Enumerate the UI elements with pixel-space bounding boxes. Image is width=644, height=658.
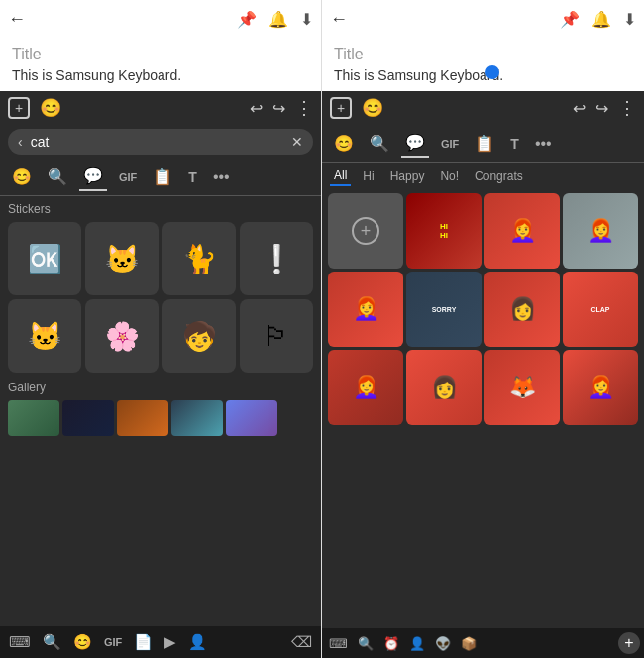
right-title: Title — [334, 46, 632, 63]
right-bottom-clock-icon[interactable]: ⏰ — [380, 633, 402, 654]
pin-icon[interactable]: 📌 — [237, 10, 257, 29]
right-keyboard: + 😊 ↩ ↪ ⋮ 😊 🔍 💬 GIF 📋 T ••• All — [322, 91, 644, 658]
right-bottom-alien-icon[interactable]: 👽 — [432, 633, 454, 654]
right-sticker-7[interactable]: CLAP — [563, 272, 638, 347]
add-icon: + — [352, 217, 379, 245]
right-tab-search[interactable]: 🔍 — [366, 130, 393, 157]
right-tab-more[interactable]: ••• — [531, 131, 556, 157]
sticker-cell-2[interactable]: 🐱 — [85, 222, 159, 295]
sticker-cell-7[interactable]: 🧒 — [162, 299, 236, 373]
right-tab-stickers[interactable]: 💬 — [401, 129, 429, 158]
left-kb-search-back[interactable]: ‹ — [18, 134, 23, 150]
right-kb-undo-icon[interactable]: ↩ — [573, 99, 586, 118]
left-back-button[interactable]: ← — [8, 9, 26, 30]
left-bottom-play-icon[interactable]: ▶ — [161, 630, 179, 654]
right-bell-icon[interactable]: 🔔 — [591, 10, 611, 29]
filter-tab-no[interactable]: No! — [436, 167, 463, 185]
sticker-cell-1[interactable]: 🆗 — [8, 222, 81, 295]
right-back-button[interactable]: ← — [330, 9, 348, 30]
left-kb-undo-icon[interactable]: ↩ — [250, 99, 263, 118]
right-sticker-6[interactable]: 👩 — [484, 272, 560, 347]
gallery-thumb-4[interactable] — [171, 400, 223, 436]
right-pin-icon[interactable]: 📌 — [560, 10, 580, 29]
left-kb-search-bar: ‹ ✕ — [8, 129, 313, 155]
left-kb-toolbar: + 😊 ↩ ↪ ⋮ — [0, 91, 321, 125]
left-bottom-user-icon[interactable]: 👤 — [185, 630, 210, 654]
left-bottom-keyboard-icon[interactable]: ⌨ — [6, 630, 34, 654]
left-tab-text[interactable]: T — [184, 165, 201, 189]
filter-tab-hi[interactable]: Hi — [359, 167, 377, 185]
right-sticker-11[interactable]: 👩‍🦰 — [563, 350, 638, 425]
left-kb-tab-bar: 😊 🔍 💬 GIF 📋 T ••• — [0, 159, 321, 196]
right-sticker-1[interactable]: HIHI — [406, 193, 482, 269]
right-bottom-keyboard-icon[interactable]: ⌨ — [326, 633, 351, 654]
right-sticker-add[interactable]: + — [328, 193, 403, 269]
sticker-cell-5[interactable]: 🐱 — [8, 299, 81, 373]
right-tab-emoji[interactable]: 😊 — [330, 130, 358, 157]
filter-tab-all[interactable]: All — [330, 166, 351, 186]
right-tab-gif[interactable]: GIF — [437, 134, 463, 154]
left-panel: ← 📌 🔔 ⬇ Title This is Samsung Keyboard. … — [0, 0, 322, 658]
left-kb-emoji-icon[interactable]: 😊 — [40, 97, 61, 119]
right-tab-text[interactable]: T — [506, 132, 523, 156]
sticker-cell-6[interactable]: 🌸 — [85, 299, 159, 373]
left-kb-search-input[interactable] — [31, 134, 283, 150]
filter-tab-happy[interactable]: Happy — [386, 167, 429, 185]
left-bottom-emoji-icon[interactable]: 😊 — [70, 630, 95, 654]
right-content-area: Title This is Samsung Keyboard. — [322, 38, 644, 91]
left-top-icons: 📌 🔔 ⬇ — [237, 10, 313, 29]
right-bottom-box-icon[interactable]: 📦 — [458, 633, 480, 654]
right-bottom-add-icon[interactable]: + — [618, 632, 640, 654]
left-top-bar: ← 📌 🔔 ⬇ — [0, 0, 321, 38]
left-kb-more-icon[interactable]: ⋮ — [295, 97, 313, 119]
left-tab-clipboard[interactable]: 📋 — [149, 164, 176, 190]
right-sticker-grid: + HIHI 👩‍🦰 👩‍🦰 👩‍🦰 SORRY 👩 CLAP 👩‍🦰 👩 🦊 … — [322, 190, 644, 428]
left-kb-search-clear[interactable]: ✕ — [291, 134, 303, 150]
right-kb-redo-icon[interactable]: ↪ — [595, 99, 608, 118]
sticker-cell-3[interactable]: 🐈 — [162, 222, 236, 295]
gallery-thumb-2[interactable] — [62, 400, 114, 436]
right-kb-add-button[interactable]: + — [330, 97, 352, 119]
gallery-thumb-1[interactable] — [8, 400, 59, 436]
left-sticker-grid: 🆗 🐱 🐈 ❕ 🐱 🌸 🧒 🏳 — [0, 218, 321, 377]
left-title: Title — [12, 46, 309, 63]
bell-icon[interactable]: 🔔 — [268, 10, 288, 29]
right-bottom-user-icon[interactable]: 👤 — [406, 633, 428, 654]
left-tab-more[interactable]: ••• — [209, 164, 234, 190]
left-content-text: This is Samsung Keyboard. — [12, 67, 309, 83]
left-gallery-label: Gallery — [0, 377, 321, 398]
right-tab-clipboard[interactable]: 📋 — [471, 130, 498, 157]
right-sticker-3[interactable]: 👩‍🦰 — [563, 193, 638, 269]
left-bottom-gif-icon[interactable]: GIF — [101, 633, 125, 651]
right-kb-more-icon[interactable]: ⋮ — [618, 97, 636, 119]
right-sticker-2[interactable]: 👩‍🦰 — [484, 193, 560, 269]
filter-tab-congrats[interactable]: Congrats — [471, 167, 527, 185]
gallery-thumb-5[interactable] — [226, 400, 277, 436]
left-bottom-search-icon[interactable]: 🔍 — [40, 630, 64, 654]
right-sticker-4[interactable]: 👩‍🦰 — [328, 272, 403, 347]
left-tab-search[interactable]: 🔍 — [44, 164, 71, 190]
left-tab-gif[interactable]: GIF — [115, 167, 141, 187]
text-cursor — [485, 65, 499, 79]
left-stickers-label: Stickers — [0, 196, 321, 218]
left-tab-emoji[interactable]: 😊 — [8, 164, 36, 190]
right-sticker-10[interactable]: 🦊 — [484, 350, 560, 425]
right-bottom-search-icon[interactable]: 🔍 — [355, 633, 376, 654]
left-bottom-backspace-icon[interactable]: ⌫ — [288, 630, 315, 654]
left-gallery-row — [0, 398, 321, 438]
gallery-thumb-3[interactable] — [117, 400, 168, 436]
left-kb-add-button[interactable]: + — [8, 97, 30, 119]
right-sticker-8[interactable]: 👩‍🦰 — [328, 350, 403, 425]
right-download-icon[interactable]: ⬇ — [623, 10, 636, 29]
left-bottom-doc-icon[interactable]: 📄 — [131, 630, 156, 654]
left-tab-stickers[interactable]: 💬 — [79, 163, 107, 191]
download-icon[interactable]: ⬇ — [300, 10, 313, 29]
right-top-icons: 📌 🔔 ⬇ — [560, 10, 636, 29]
right-sticker-5[interactable]: SORRY — [406, 272, 482, 347]
left-kb-redo-icon[interactable]: ↪ — [272, 99, 285, 118]
right-sticker-9[interactable]: 👩 — [406, 350, 482, 425]
right-top-bar: ← 📌 🔔 ⬇ — [322, 0, 644, 38]
sticker-cell-8[interactable]: 🏳 — [240, 299, 313, 373]
right-kb-emoji-icon[interactable]: 😊 — [362, 97, 383, 119]
sticker-cell-4[interactable]: ❕ — [240, 222, 313, 295]
